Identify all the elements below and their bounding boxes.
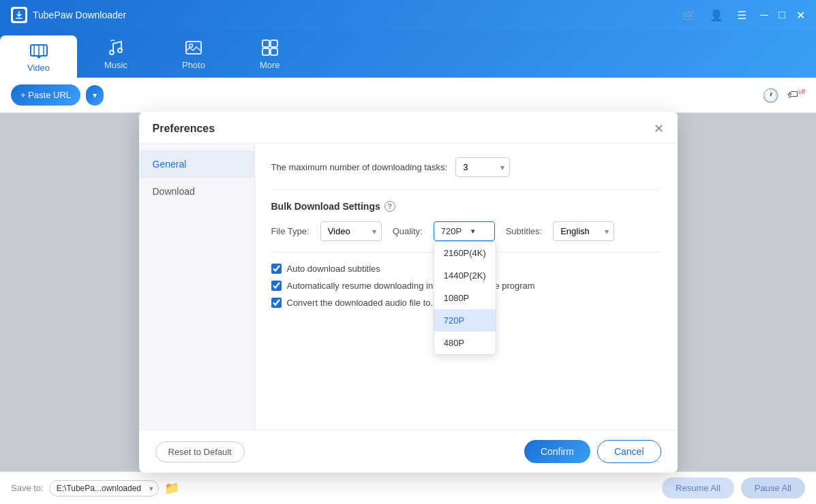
save-path-wrapper: E:\TubePa...ownloaded ▾ <box>49 480 159 497</box>
quality-dropdown-menu: 2160P(4K) 1440P(2K) 1080P <box>434 241 496 355</box>
save-to-label: Save to: <box>11 483 44 493</box>
minimize-button[interactable]: ─ <box>760 9 768 22</box>
sidebar-item-download[interactable]: Download <box>139 178 254 205</box>
convert-audio-label: Convert the downloaded audio file to... … <box>287 298 457 308</box>
quality-option-480p[interactable]: 480P <box>434 332 496 354</box>
menu-icon[interactable]: ☰ <box>737 9 746 22</box>
max-tasks-label: The maximum number of downloading tasks: <box>271 162 448 172</box>
svg-point-9 <box>189 44 192 47</box>
bottombar: Save to: E:\TubePa...ownloaded ▾ 📁 Resum… <box>0 471 816 504</box>
svg-rect-12 <box>262 48 269 55</box>
preferences-content: The maximum number of downloading tasks:… <box>255 144 678 430</box>
history-button[interactable]: 🕐 <box>762 87 779 104</box>
preferences-sidebar: General Download <box>139 144 255 430</box>
quality-option-720p[interactable]: 720P <box>434 309 496 332</box>
nav-music-label: Music <box>104 60 127 70</box>
svg-rect-13 <box>271 48 277 55</box>
preferences-modal: Preferences ✕ General Download <box>139 112 678 473</box>
discount-button[interactable]: 🏷off <box>787 89 805 101</box>
quality-select-button[interactable]: 720P ▾ <box>434 221 495 241</box>
quality-chevron-icon: ▾ <box>471 227 475 236</box>
quality-option-1080p[interactable]: 1080P <box>434 287 496 309</box>
quality-dropdown-container: 720P ▾ 2160P(4K) 1440P(2K) <box>434 221 495 241</box>
cancel-button[interactable]: Cancel <box>597 440 661 463</box>
bottombar-left: Save to: E:\TubePa...ownloaded ▾ 📁 <box>11 480 179 497</box>
max-tasks-row: The maximum number of downloading tasks:… <box>271 157 661 177</box>
app-logo <box>11 7 27 23</box>
paste-url-dropdown[interactable]: ▾ <box>86 85 104 106</box>
subtitles-select[interactable]: English Chinese Spanish <box>553 221 614 241</box>
svg-point-6 <box>110 50 114 54</box>
toolbar-left: + Paste URL ▾ <box>11 84 104 106</box>
app-title: TubePaw Downloader <box>33 10 126 20</box>
help-icon[interactable]: ? <box>384 201 395 212</box>
nav-more[interactable]: More <box>232 30 307 78</box>
svg-rect-1 <box>16 18 22 19</box>
subtitles-select-wrapper: English Chinese Spanish <box>553 221 614 241</box>
nav-video-label: Video <box>27 63 50 73</box>
quality-option-1440p[interactable]: 1440P(2K) <box>434 264 496 287</box>
section-divider-1 <box>271 189 661 190</box>
convert-audio-checkbox[interactable] <box>271 298 282 308</box>
reset-default-button[interactable]: Reset to Default <box>155 441 245 462</box>
modal-title: Preferences <box>153 123 215 135</box>
file-type-select-wrapper: Video Audio <box>320 221 382 241</box>
titlebar: TubePaw Downloader 🛒 👤 ☰ ─ □ ✕ <box>0 0 816 30</box>
auto-resume-checkbox[interactable] <box>271 281 282 291</box>
navbar: Video Music Photo <box>0 30 816 78</box>
maximize-button[interactable]: □ <box>779 9 785 22</box>
modal-overlay: Preferences ✕ General Download <box>0 113 816 471</box>
modal-body: General Download The maximum number of d… <box>139 144 678 430</box>
nav-photo[interactable]: Photo <box>155 30 232 78</box>
bottombar-right: Resume All Pause All <box>662 477 805 499</box>
toolbar-right: 🕐 🏷off <box>762 87 805 104</box>
quality-option-2160p[interactable]: 2160P(4K) <box>434 242 496 264</box>
pause-all-button[interactable]: Pause All <box>741 477 805 499</box>
svg-point-7 <box>118 48 122 52</box>
titlebar-right: 🛒 👤 ☰ ─ □ ✕ <box>682 9 805 22</box>
window-controls: ─ □ ✕ <box>760 9 805 22</box>
cart-icon[interactable]: 🛒 <box>682 9 696 22</box>
subtitles-label: Subtitles: <box>506 226 542 236</box>
resume-all-button[interactable]: Resume All <box>662 477 734 499</box>
folder-icon[interactable]: 📁 <box>164 481 179 496</box>
confirm-button[interactable]: Confirm <box>524 440 590 463</box>
paste-url-button[interactable]: + Paste URL <box>11 84 80 106</box>
save-path-select[interactable]: E:\TubePa...ownloaded <box>49 480 159 497</box>
nav-more-label: More <box>260 60 280 70</box>
svg-rect-11 <box>271 40 277 47</box>
modal-close-button[interactable]: ✕ <box>654 121 664 136</box>
max-tasks-select-wrapper: 3 1 2 5 <box>455 157 510 177</box>
quality-label: Quality: <box>393 226 423 236</box>
paste-url-label: + Paste URL <box>20 90 71 100</box>
nav-music[interactable]: Music <box>77 30 155 78</box>
toolbar: + Paste URL ▾ 🕐 🏷off <box>0 78 816 113</box>
modal-footer-right: Confirm Cancel <box>524 440 661 463</box>
svg-rect-8 <box>186 42 201 54</box>
nav-video[interactable]: Video <box>0 35 77 78</box>
max-tasks-select[interactable]: 3 1 2 5 <box>455 157 510 177</box>
close-button[interactable]: ✕ <box>796 9 805 22</box>
modal-header: Preferences ✕ <box>139 112 678 144</box>
svg-rect-10 <box>262 40 269 47</box>
nav-photo-label: Photo <box>182 60 205 70</box>
auto-subtitles-checkbox[interactable] <box>271 264 282 274</box>
auto-subtitles-label: Auto download subtitles <box>287 264 380 274</box>
file-type-label: File Type: <box>271 226 309 236</box>
user-icon[interactable]: 👤 <box>710 9 723 22</box>
sidebar-item-general[interactable]: General <box>139 151 254 178</box>
titlebar-left: TubePaw Downloader <box>11 7 126 23</box>
content-area: Preferences ✕ General Download <box>0 113 816 471</box>
modal-footer: Reset to Default Confirm Cancel <box>139 430 678 473</box>
quality-select-value: 720P <box>441 226 462 236</box>
bulk-settings-title: Bulk Download Settings ? <box>271 201 661 212</box>
auto-resume-label: Automatically resume downloading in... t… <box>287 281 535 291</box>
bulk-settings-row: File Type: Video Audio Quality: <box>271 221 661 241</box>
file-type-select[interactable]: Video Audio <box>320 221 382 241</box>
